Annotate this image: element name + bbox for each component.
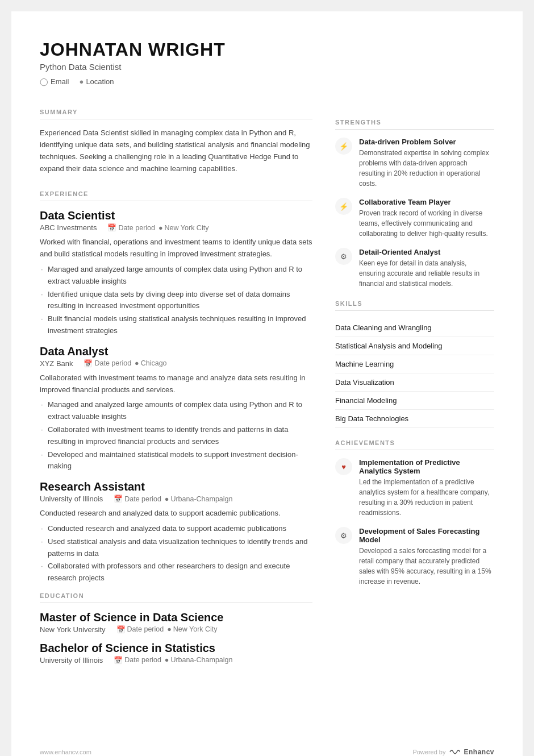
bullet-item: Collaborated with investment teams to id… <box>40 424 312 448</box>
strength-icon-3: ⚙ <box>335 248 352 265</box>
summary-divider <box>40 119 312 119</box>
education-label: EDUCATION <box>40 592 312 599</box>
job-bullets-3: Conducted research and analyzed data to … <box>40 523 312 584</box>
summary-text: Experienced Data Scientist skilled in ma… <box>40 127 312 175</box>
bullet-item: Built financial models using statistical… <box>40 313 312 337</box>
achievement-desc-2: Developed a sales forecasting model for … <box>359 546 494 587</box>
education-divider <box>40 603 312 603</box>
skill-item-5: Financial Modeling <box>335 392 494 410</box>
email-contact: ◯ Email <box>40 77 69 86</box>
edu-meta-sep-2 <box>106 656 110 664</box>
bullet-item: Managed and analyzed large amounts of co… <box>40 264 312 288</box>
candidate-title: Python Data Scientist <box>40 62 494 72</box>
footer-brand: Powered by Enhancv <box>412 748 494 756</box>
strength-item-3: ⚙ Detail-Oriented Analyst Keen eye for d… <box>335 248 494 289</box>
calendar-icon-2: 📅 <box>84 359 93 368</box>
pin-icon-1: ● <box>158 224 163 232</box>
resume-page: JOHNATAN WRIGHT Python Data Scientist ◯ … <box>11 11 523 756</box>
email-icon: ◯ <box>40 77 48 86</box>
right-column: STRENGTHS ⚡ Data-driven Problem Solver D… <box>335 119 494 672</box>
job-meta-1: ABC Investments 📅 Date period ● New York… <box>40 223 312 232</box>
skills-divider <box>335 310 494 311</box>
brand-name: Enhancv <box>464 748 494 756</box>
achievement-item-2: ⚙ Development of Sales Forecasting Model… <box>335 527 494 587</box>
lightning-icon-1: ⚡ <box>339 142 348 151</box>
gear-icon-2: ⚙ <box>340 531 347 540</box>
achievement-content-2: Development of Sales Forecasting Model D… <box>359 527 494 587</box>
bullet-item: Developed and maintained statistical mod… <box>40 449 312 473</box>
job-company-3: University of Illinois <box>40 495 103 503</box>
degree-title-1: Master of Science in Data Science <box>40 611 312 624</box>
job-desc-1: Worked with financial, operations and in… <box>40 236 312 260</box>
degree-title-2: Bachelor of Science in Statistics <box>40 642 312 655</box>
job-location-1: ● New York City <box>158 224 208 232</box>
achievement-title-2: Development of Sales Forecasting Model <box>359 527 494 544</box>
strengths-label: STRENGTHS <box>335 119 494 126</box>
cal-icon-edu-1: 📅 <box>116 625 126 634</box>
summary-label: SUMMARY <box>40 109 312 115</box>
pin-icon-3: ● <box>165 495 169 503</box>
strength-icon-2: ⚡ <box>335 198 352 215</box>
contact-row: ◯ Email ● Location <box>40 77 494 86</box>
pin-icon-edu-2: ● <box>165 656 169 664</box>
strength-content-1: Data-driven Problem Solver Demonstrated … <box>359 138 494 189</box>
job-meta-2: XYZ Bank 📅 Date period ● Chicago <box>40 359 312 368</box>
achievement-content-1: Implementation of Predictive Analytics S… <box>359 458 494 518</box>
strengths-divider <box>335 129 494 130</box>
calendar-icon-1: 📅 <box>107 223 116 232</box>
strength-icon-1: ⚡ <box>335 138 352 155</box>
header-section: JOHNATAN WRIGHT Python Data Scientist ◯ … <box>40 40 494 86</box>
skill-item-4: Data Visualization <box>335 373 494 392</box>
bullet-item: Conducted research and analyzed data to … <box>40 523 312 535</box>
job-date-3: 📅 Date period <box>114 495 161 503</box>
job-title-3: Research Assistant <box>40 480 312 493</box>
location-label: Location <box>86 77 114 86</box>
skill-item-2: Statistical Analysis and Modeling <box>335 337 494 355</box>
edu-meta-sep-1 <box>109 625 113 633</box>
achievement-icon-2: ⚙ <box>335 527 352 544</box>
job-title-1: Data Scientist <box>40 209 312 222</box>
footer: www.enhancv.com Powered by Enhancv <box>40 748 494 756</box>
job-company-2: XYZ Bank <box>40 359 73 368</box>
edu-institution-1: New York University <box>40 625 106 634</box>
achievement-title-1: Implementation of Predictive Analytics S… <box>359 458 494 475</box>
achievement-desc-1: Led the implementation of a predictive a… <box>359 477 494 518</box>
strength-title-3: Detail-Oriented Analyst <box>359 248 494 256</box>
strength-item-1: ⚡ Data-driven Problem Solver Demonstrate… <box>335 138 494 189</box>
job-date-2: 📅 Date period <box>84 359 131 368</box>
enhancv-logo-icon <box>449 749 460 755</box>
heart-icon: ♥ <box>341 463 346 471</box>
candidate-name: JOHNATAN WRIGHT <box>40 40 494 60</box>
skill-item-6: Big Data Technologies <box>335 410 494 428</box>
job-bullets-1: Managed and analyzed large amounts of co… <box>40 264 312 337</box>
job-location-2: ● Chicago <box>135 359 166 367</box>
pin-icon-edu-1: ● <box>167 625 172 633</box>
strength-item-2: ⚡ Collaborative Team Player Proven track… <box>335 198 494 239</box>
bullet-item: Used statistical analysis and data visua… <box>40 536 312 560</box>
job-bullets-2: Managed and analyzed large amounts of co… <box>40 399 312 472</box>
strength-desc-2: Proven track record of working in divers… <box>359 208 494 239</box>
bullet-item: Managed and analyzed large amounts of co… <box>40 399 312 423</box>
edu-location-1: ● New York City <box>167 625 217 633</box>
meta-sep-3 <box>106 495 110 503</box>
powered-by-text: Powered by <box>412 749 445 755</box>
job-date-1: 📅 Date period <box>107 223 155 232</box>
edu-meta-2: University of Illinois 📅 Date period ● U… <box>40 656 312 664</box>
main-layout: SUMMARY Experienced Data Scientist skill… <box>40 96 494 672</box>
job-title-2: Data Analyst <box>40 345 312 358</box>
email-label: Email <box>51 77 69 86</box>
location-icon: ● <box>80 77 84 86</box>
meta-sep-2 <box>77 359 81 367</box>
location-contact: ● Location <box>80 77 114 86</box>
strength-content-3: Detail-Oriented Analyst Keen eye for det… <box>359 248 494 289</box>
experience-divider <box>40 201 312 201</box>
edu-date-1: 📅 Date period <box>116 625 164 634</box>
bullet-item: Collaborated with professors and other r… <box>40 560 312 584</box>
achievements-label: ACHIEVEMENTS <box>335 439 494 446</box>
strength-title-1: Data-driven Problem Solver <box>359 138 494 146</box>
job-desc-2: Collaborated with investment teams to ma… <box>40 372 312 396</box>
job-company-1: ABC Investments <box>40 223 97 232</box>
edu-institution-2: University of Illinois <box>40 656 103 664</box>
meta-sep-1 <box>100 224 104 232</box>
lightning-icon-2: ⚡ <box>339 202 348 211</box>
